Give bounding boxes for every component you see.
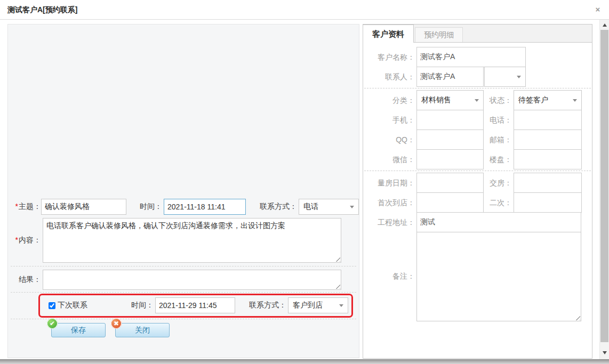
qq-label: QQ： — [363, 130, 416, 150]
close-button[interactable]: ✖ 关闭 — [115, 323, 170, 337]
dialog-titlebar: 测试客户A[预约联系] × — [0, 0, 609, 20]
contact-method-label: 联系方式： — [251, 202, 297, 212]
phone-label: 电话： — [484, 110, 514, 130]
field-row-first-second-visit: 首次到店： 二次： — [363, 192, 592, 213]
remark-label: 备注： — [363, 272, 416, 281]
measure-date-label: 量房日期： — [363, 173, 416, 193]
result-row: 结果： — [8, 269, 359, 290]
chevron-down-icon — [339, 304, 343, 307]
category-label: 分类： — [363, 90, 416, 110]
bottom-scrollbar-track[interactable] — [0, 359, 609, 364]
category-value: 材料销售 — [421, 95, 451, 105]
contact-person-label: 联系人： — [363, 67, 416, 87]
building-label: 楼盘： — [484, 149, 514, 169]
field-row-customer-name: 客户名称： — [363, 47, 592, 67]
scroll-down-icon — [603, 351, 607, 354]
category-select[interactable]: 材料销售 — [416, 90, 484, 110]
scroll-up-icon — [603, 23, 607, 27]
customer-name-input[interactable] — [416, 47, 526, 67]
required-mark: * — [15, 202, 18, 211]
field-row-wechat-building: 微信： 楼盘： — [363, 149, 592, 169]
contact-form-panel: *主题： 时间： 联系方式： 电话 *内容： 电话联系客户确认装修风格，确认下次… — [7, 24, 359, 358]
next-time-input[interactable] — [155, 297, 235, 313]
vertical-scrollbar[interactable] — [599, 20, 609, 359]
next-contact-label: 下次联系 — [58, 301, 93, 310]
next-method-label: 联系方式： — [241, 301, 286, 310]
status-select[interactable]: 待签客户 — [514, 90, 582, 110]
chevron-down-icon — [517, 76, 521, 78]
x-icon: ✖ — [111, 318, 122, 329]
contact-method-select[interactable]: 电话 — [299, 199, 359, 215]
subject-input[interactable] — [41, 199, 126, 215]
first-visit-input[interactable] — [416, 192, 484, 213]
first-visit-label: 首次到店： — [363, 192, 416, 213]
next-method-value: 客户到店 — [293, 301, 323, 310]
save-button-label: 保存 — [71, 326, 86, 334]
measure-date-input[interactable] — [416, 173, 484, 193]
close-button-label: 关闭 — [135, 326, 150, 334]
handover-label: 交房： — [484, 173, 514, 193]
next-method-select[interactable]: 客户到店 — [288, 297, 348, 313]
wechat-label: 微信： — [363, 149, 416, 169]
remark-textarea[interactable] — [416, 232, 581, 321]
time-label: 时间： — [132, 202, 162, 212]
contact-method-value: 电话 — [303, 202, 318, 212]
appointment-contact-dialog: 测试客户A[预约联系] × *主题： 时间： 联系方式： 电话 *内容： 电话联… — [0, 0, 609, 364]
required-mark: * — [15, 236, 18, 244]
dashed-separator — [11, 266, 356, 266]
tab-customer-info[interactable]: 客户资料 — [363, 25, 414, 43]
contact-person-select[interactable] — [484, 67, 526, 87]
content-textarea[interactable]: 电话联系客户确认装修风格，确认下次到店沟通装修需求，出设计图方案 — [43, 218, 341, 263]
tab-appointment-detail[interactable]: 预约明细 — [415, 27, 463, 42]
dashed-separator — [364, 171, 591, 171]
customer-info-panel: 客户资料 预约明细 客户名称： 联系人： 分类： 材料销售 — [363, 24, 592, 359]
subject-row: *主题： 时间： 联系方式： 电话 — [8, 198, 359, 215]
result-label: 结果： — [8, 275, 41, 285]
second-visit-label: 二次： — [484, 192, 514, 213]
time-input[interactable] — [164, 199, 246, 215]
email-input[interactable] — [514, 130, 582, 150]
content-row: *内容： 电话联系客户确认装修风格，确认下次到店沟通装修需求，出设计图方案 — [8, 217, 359, 263]
field-row-contact-person: 联系人： — [363, 67, 592, 87]
email-label: 邮箱： — [484, 130, 514, 150]
mobile-input[interactable] — [416, 110, 484, 130]
wechat-input[interactable] — [416, 149, 484, 169]
scroll-up-button[interactable] — [600, 21, 609, 29]
field-row-address: 工程地址： — [363, 212, 592, 232]
field-row-qq-email: QQ： 邮箱： — [363, 130, 592, 150]
dashed-separator — [364, 88, 591, 88]
content-label: *内容： — [8, 236, 41, 245]
qq-input[interactable] — [416, 130, 484, 150]
second-visit-input[interactable] — [514, 192, 582, 213]
dialog-close-icon[interactable]: × — [593, 5, 603, 14]
field-row-category-status: 分类： 材料销售 状态： 待签客户 — [363, 90, 592, 110]
address-label: 工程地址： — [363, 212, 416, 232]
contact-person-input[interactable] — [416, 67, 484, 87]
result-textarea[interactable] — [43, 270, 341, 290]
dashed-separator — [11, 319, 356, 319]
customer-fields: 客户名称： 联系人： 分类： 材料销售 状态： — [363, 43, 592, 321]
subject-label: *主题： — [8, 202, 41, 212]
scroll-down-button[interactable] — [600, 349, 609, 357]
phone-input[interactable] — [514, 110, 582, 130]
next-contact-checkbox[interactable] — [49, 302, 55, 309]
check-icon: ✔ — [47, 318, 58, 329]
handover-input[interactable] — [514, 173, 582, 193]
address-input[interactable] — [416, 212, 581, 232]
save-button[interactable]: ✔ 保存 — [51, 323, 106, 337]
dialog-title: 测试客户A[预约联系] — [7, 0, 77, 20]
status-label: 状态： — [484, 90, 514, 110]
buttons-row: ✔ 保存 ✖ 关闭 — [8, 322, 359, 338]
mobile-label: 手机： — [363, 110, 416, 130]
status-value: 待签客户 — [518, 95, 548, 105]
dashed-separator — [11, 292, 356, 293]
building-input[interactable] — [514, 149, 582, 169]
next-time-label: 时间： — [124, 301, 154, 310]
customer-name-label: 客户名称： — [363, 47, 416, 67]
scrollbar-thumb[interactable] — [600, 30, 608, 342]
chevron-down-icon — [350, 206, 354, 208]
chevron-down-icon — [573, 99, 577, 102]
chevron-down-icon — [475, 99, 479, 102]
tab-bar: 客户资料 预约明细 — [363, 25, 592, 43]
field-row-measure-handover: 量房日期： 交房： — [363, 173, 592, 193]
